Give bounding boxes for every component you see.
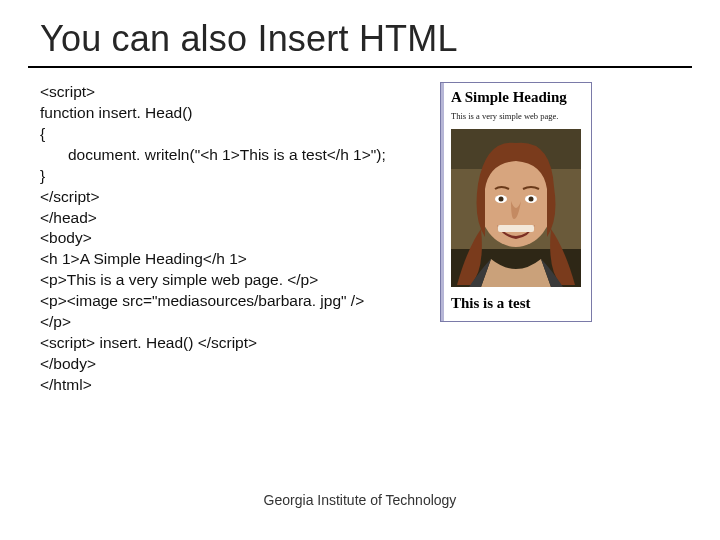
code-line: <p>This is a very simple web page. </p> <box>40 270 435 291</box>
code-block: <script> function insert. Head() { docum… <box>40 82 435 396</box>
preview-heading-2: This is a test <box>451 295 584 312</box>
slide-footer: Georgia Institute of Technology <box>0 492 720 508</box>
code-line: document. writeln("<h 1>This is a test</… <box>40 145 435 166</box>
svg-rect-8 <box>498 225 534 232</box>
browser-preview: A Simple Heading This is a very simple w… <box>440 82 592 322</box>
slide-title: You can also Insert HTML <box>40 18 458 60</box>
code-line: </p> <box>40 312 435 333</box>
svg-point-6 <box>499 197 504 202</box>
code-line: { <box>40 124 435 145</box>
code-line: </html> <box>40 375 435 396</box>
title-underline <box>28 66 692 68</box>
code-line: </script> <box>40 187 435 208</box>
preview-heading-1: A Simple Heading <box>451 89 584 106</box>
code-line: <h 1>A Simple Heading</h 1> <box>40 249 435 270</box>
code-line: </body> <box>40 354 435 375</box>
code-line: <p><image src="mediasources/barbara. jpg… <box>40 291 435 312</box>
preview-paragraph: This is a very simple web page. <box>451 111 584 121</box>
code-line: </head> <box>40 208 435 229</box>
preview-image <box>451 129 581 287</box>
code-line: <script> <box>40 82 435 103</box>
svg-point-7 <box>529 197 534 202</box>
code-line: function insert. Head() <box>40 103 435 124</box>
slide: You can also Insert HTML <script> functi… <box>0 0 720 540</box>
preview-content: A Simple Heading This is a very simple w… <box>441 83 591 321</box>
code-line: <script> insert. Head() </script> <box>40 333 435 354</box>
code-line: <body> <box>40 228 435 249</box>
code-line: } <box>40 166 435 187</box>
